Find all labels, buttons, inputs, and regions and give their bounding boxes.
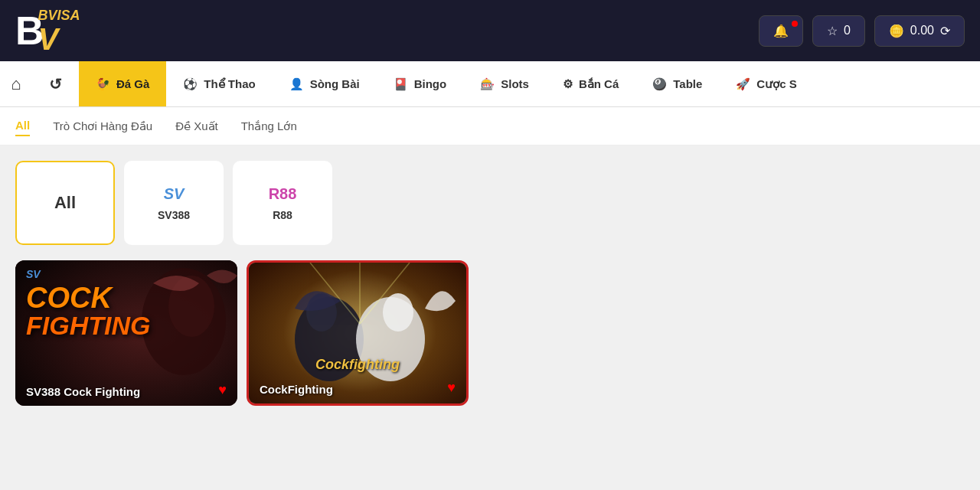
logo-v-letter: V — [38, 24, 80, 54]
stars-button[interactable]: ☆ 0 — [812, 15, 865, 47]
game-row: SV COCK FIGHTING SV388 Cock Fighting ♥ — [15, 260, 965, 406]
sv388-game-label: SV388 Cock Fighting — [26, 385, 140, 398]
sub-nav: All Trò Chơi Hàng Đầu Đề Xuất Thắng Lớn — [0, 107, 980, 145]
provider-sv388-card[interactable]: SV SV388 — [124, 161, 224, 245]
balance-value: 0.00 — [910, 24, 934, 38]
provider-r88-card[interactable]: R88 R88 — [233, 161, 332, 245]
nav-ban-ca-label: Bắn Cá — [579, 77, 619, 91]
nav-slots-label: Slots — [501, 77, 529, 90]
nav-da-ga-label: Đá Gà — [116, 77, 149, 90]
nav-cuoc-s[interactable]: 🚀 Cược S — [719, 61, 813, 106]
cf-text: Cockfighting — [315, 357, 400, 373]
sv388-logo: SV — [164, 185, 185, 203]
bingo-icon: 🎴 — [394, 77, 408, 91]
game-card-sv388[interactable]: SV COCK FIGHTING SV388 Cock Fighting ♥ — [15, 260, 237, 406]
main-nav: ⌂ ↺ 🐓 Đá Gà ⚽ Thể Thao 👤 Sòng Bài 🎴 Bing… — [0, 61, 980, 107]
logo: B BVISA V — [15, 8, 80, 54]
stars-count: 0 — [844, 24, 851, 38]
da-ga-icon: 🐓 — [96, 77, 110, 91]
svg-point-8 — [383, 293, 413, 332]
sv388-label: SV388 — [158, 209, 190, 221]
balance-button[interactable]: 🪙 0.00 ⟳ — [874, 15, 965, 47]
cuoc-s-icon: 🚀 — [736, 77, 750, 91]
coin-icon: 🪙 — [889, 24, 904, 38]
nav-slots[interactable]: 🎰 Slots — [463, 61, 546, 106]
ban-ca-icon: ⚙ — [563, 77, 573, 91]
sub-nav-thang-lon[interactable]: Thắng Lớn — [241, 116, 297, 136]
nav-song-bai-label: Sòng Bài — [310, 77, 360, 90]
r88-label: R88 — [273, 209, 292, 221]
header-right: 🔔 ☆ 0 🪙 0.00 ⟳ — [759, 15, 965, 47]
history-icon: ↺ — [49, 75, 62, 93]
game-card-cockfighting[interactable]: Cockfighting CockFighting ♥ — [247, 260, 469, 406]
logo-bvisa-text: BVISA — [38, 8, 80, 24]
nav-the-thao-label: Thể Thao — [204, 77, 255, 91]
nav-da-ga[interactable]: 🐓 Đá Gà — [79, 61, 166, 106]
r88-logo: R88 — [269, 185, 297, 203]
sv388-bg: SV COCK FIGHTING — [15, 260, 237, 406]
bell-icon: 🔔 — [773, 24, 789, 38]
song-bai-icon: 👤 — [289, 77, 304, 91]
the-thao-icon: ⚽ — [183, 77, 198, 91]
provider-all-label: All — [54, 193, 76, 213]
nav-bingo[interactable]: 🎴 Bingo — [377, 61, 464, 106]
header: B BVISA V 🔔 ☆ 0 🪙 0.00 ⟳ — [0, 0, 980, 61]
cf-heart-icon[interactable]: ♥ — [447, 380, 456, 396]
nav-ban-ca[interactable]: ⚙ Bắn Cá — [546, 61, 635, 106]
sv-cock-text: COCK FIGHTING — [26, 283, 150, 338]
provider-row: All SV SV388 R88 R88 — [15, 161, 965, 245]
nav-history[interactable]: ↺ — [32, 61, 79, 106]
nav-table[interactable]: 🎱 Table — [635, 61, 719, 106]
sub-nav-de-xuat[interactable]: Đề Xuất — [175, 116, 218, 136]
sv388-heart-icon[interactable]: ♥ — [218, 382, 227, 398]
notification-button[interactable]: 🔔 — [759, 15, 803, 47]
refresh-icon: ⟳ — [940, 24, 950, 38]
content: All SV SV388 R88 R88 — [0, 145, 980, 421]
table-icon: 🎱 — [652, 77, 667, 91]
nav-cuoc-s-label: Cược S — [756, 77, 796, 91]
nav-table-label: Table — [673, 77, 702, 90]
home-icon: ⌂ — [11, 74, 21, 94]
nav-bingo-label: Bingo — [414, 77, 447, 90]
star-icon: ☆ — [827, 24, 838, 38]
nav-the-thao[interactable]: ⚽ Thể Thao — [166, 61, 272, 106]
slots-icon: 🎰 — [480, 77, 495, 91]
sub-nav-top[interactable]: Trò Chơi Hàng Đầu — [53, 116, 152, 136]
nav-song-bai[interactable]: 👤 Sòng Bài — [273, 61, 377, 106]
cf-game-label: CockFighting — [260, 383, 333, 396]
provider-all-card[interactable]: All — [15, 161, 115, 245]
sv-brand: SV — [26, 268, 41, 280]
sub-nav-all[interactable]: All — [15, 116, 30, 136]
nav-home[interactable]: ⌂ — [0, 61, 32, 106]
notification-dot — [792, 21, 798, 27]
